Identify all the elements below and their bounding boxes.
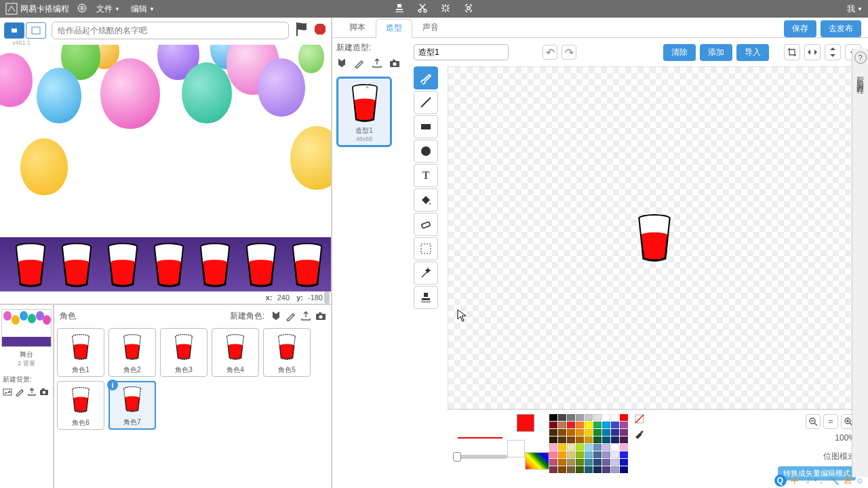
svg-point-12 [111,260,135,265]
eyedropper-icon[interactable] [635,429,644,441]
menu-file[interactable]: 文件▼ [96,3,120,15]
stage-label: 舞台 [1,350,52,359]
tool-fill[interactable] [414,188,438,211]
ime-logo-icon[interactable]: Q [774,474,787,487]
sprites-label: 角色 [60,310,76,322]
costume-paint-icon[interactable] [354,58,365,71]
svg-point-20 [295,260,319,265]
svg-rect-48 [421,124,431,129]
tool-line[interactable] [414,91,438,114]
svg-point-41 [125,396,139,399]
help-sidebar[interactable]: ? 帮助与教程 [852,49,868,477]
costume-upload-icon[interactable] [372,58,382,71]
redo-button[interactable]: ↷ [561,45,576,60]
crop-icon[interactable] [784,44,800,60]
bg-paint-icon[interactable] [15,387,24,398]
sprite-upload-icon[interactable] [298,309,313,323]
add-button[interactable]: 添加 [700,44,732,61]
green-flag-icon[interactable] [294,21,309,40]
shrink-icon[interactable] [463,3,474,16]
svg-point-26 [319,315,322,319]
view-small-stage[interactable] [4,22,24,39]
costume-thumbnail[interactable]: 1 造型1 48x68 [336,77,392,147]
sprite-camera-icon[interactable] [313,309,328,323]
stage-scrollbar[interactable] [324,291,330,304]
bg-camera-icon[interactable] [39,387,49,398]
color-picker-icon[interactable] [525,452,549,470]
bg-library-icon[interactable] [3,387,12,398]
svg-rect-4 [12,28,17,33]
menu-edit[interactable]: 编辑▼ [131,3,155,15]
stage-thumbnail[interactable] [1,309,52,347]
tab-sound[interactable]: 声音 [412,18,449,37]
svg-point-2 [418,9,421,12]
stroke-width-slider[interactable] [453,455,507,459]
undo-button[interactable]: ↶ [542,45,557,60]
new-sprite-label: 新建角色: [230,310,264,322]
ime-moon-icon[interactable]: ☽ [803,476,810,485]
paint-canvas[interactable] [448,66,861,409]
svg-line-47 [421,98,431,107]
bg-upload-icon[interactable] [27,387,37,398]
help-icon[interactable]: ? [854,52,867,64]
tool-ellipse[interactable] [414,140,438,163]
no-color-icon[interactable] [635,414,644,426]
svg-rect-24 [42,388,45,390]
costume-name-input[interactable] [414,44,509,60]
svg-rect-51 [421,244,431,253]
clear-button[interactable]: 清除 [663,44,696,61]
sprite-card-3[interactable]: 角色3 [160,328,208,377]
sprite-card-5[interactable]: 角色5 [263,328,311,377]
sprite-card-7[interactable]: i 角色7 [108,381,156,430]
ime-smile-icon[interactable]: ☺ [856,476,864,485]
svg-point-23 [43,391,45,394]
sprite-card-6[interactable]: 角色6 [57,381,104,430]
menu-me[interactable]: 我▼ [847,3,863,15]
globe-icon[interactable] [77,3,87,15]
tool-select[interactable] [414,237,438,260]
sprite-paint-icon[interactable] [283,309,298,323]
save-button[interactable]: 保存 [784,20,816,37]
costume-library-icon[interactable] [336,58,347,71]
secondary-color-swatch[interactable] [507,440,525,458]
tool-text[interactable]: T [414,164,438,187]
view-full-stage[interactable] [26,22,46,39]
sprite-card-1[interactable]: 角色1 [57,328,104,377]
stage-coords: x: 240 y: -180 [0,291,331,304]
tool-stamp[interactable] [414,286,438,309]
primary-color-swatch[interactable] [517,414,534,432]
tool-wand[interactable] [414,262,438,285]
sprite-library-icon[interactable] [269,309,283,323]
ime-shield-icon[interactable]: 盾 [844,475,852,487]
ime-wrench-icon[interactable]: 🔧 [829,476,840,485]
tab-script[interactable]: 脚本 [339,18,376,37]
ime-bar: Q 中 ☽ •， 🔧 盾 ☺ [774,474,864,487]
project-name-input[interactable] [52,22,289,39]
color-palette[interactable] [549,414,628,473]
svg-point-3 [424,9,427,12]
cut-icon[interactable] [417,3,428,16]
import-button[interactable]: 导入 [736,44,769,61]
svg-point-46 [354,98,375,103]
grow-icon[interactable] [440,3,451,16]
stop-icon[interactable] [313,22,327,39]
tool-brush[interactable] [414,66,438,89]
publish-button[interactable]: 去发布 [821,20,861,37]
sprite-card-4[interactable]: 角色4 [212,328,259,377]
stage[interactable] [0,45,331,291]
stamp-icon[interactable] [394,3,405,16]
flip-v-icon[interactable] [825,44,841,60]
sprite-info-icon[interactable]: i [107,380,118,390]
brand-logo: 网易卡搭编程 [5,3,69,15]
zoom-out-button[interactable] [806,414,821,429]
zoom-reset-button[interactable]: = [823,414,838,429]
svg-point-35 [228,344,242,347]
tool-eraser[interactable] [414,213,438,236]
flip-h-icon[interactable] [804,44,821,60]
svg-rect-27 [319,312,321,314]
tool-rect[interactable] [414,115,438,138]
sprite-card-2[interactable]: 角色2 [108,328,156,377]
costume-camera-icon[interactable] [389,58,400,71]
tab-costume[interactable]: 造型 [376,19,412,38]
ime-comma-icon[interactable]: •， [814,475,825,487]
